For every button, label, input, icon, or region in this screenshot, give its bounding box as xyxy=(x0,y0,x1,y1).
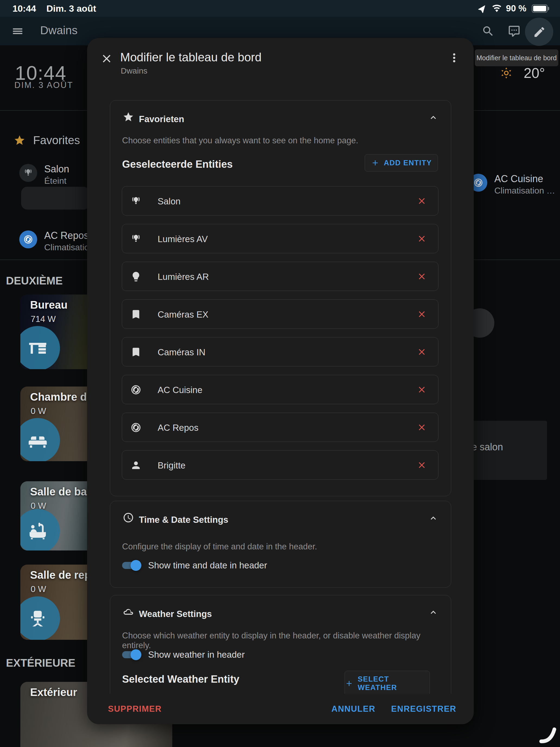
light-group-icon xyxy=(23,168,33,178)
chat-icon[interactable] xyxy=(508,25,521,38)
entity-label: Caméras IN xyxy=(158,347,205,358)
edit-dashboard-dialog: Modifier le tableau de bord Dwains Favor… xyxy=(87,38,474,724)
entity-label: Lumières AR xyxy=(158,272,209,282)
section-heading: EXTÉRIEURE xyxy=(6,657,75,669)
person-icon xyxy=(130,460,142,471)
entity-row[interactable]: Salon xyxy=(122,186,438,215)
clock-icon xyxy=(123,512,134,523)
ac-icon xyxy=(473,178,483,188)
entity-label: Lumières AV xyxy=(158,234,208,244)
entity-row[interactable]: AC Repos xyxy=(122,413,438,442)
entity-row[interactable]: Caméras IN xyxy=(122,337,438,366)
remove-entity-icon[interactable] xyxy=(417,422,427,432)
selected-entities-list: SalonLumières AVLumières ARCaméras EXCam… xyxy=(122,186,438,488)
select-weather-button[interactable]: SELECT WEATHER xyxy=(345,671,430,696)
ac-icon xyxy=(130,422,142,433)
favorites-description: Choose entities that you always want to … xyxy=(122,136,435,146)
room-power: 0 W xyxy=(31,406,46,416)
chevron-up-icon[interactable] xyxy=(428,112,438,123)
room-name: Extérieur xyxy=(30,686,77,698)
remove-entity-icon[interactable] xyxy=(417,234,427,244)
cancel-button[interactable]: ANNULER xyxy=(331,704,375,714)
entity-label: Salon xyxy=(158,196,181,207)
lightbulb-icon xyxy=(130,271,142,282)
favorites-card-header[interactable]: Favorieten xyxy=(110,100,451,130)
remove-entity-icon[interactable] xyxy=(417,272,427,282)
desk-icon xyxy=(27,337,49,359)
light-group-icon xyxy=(130,196,142,207)
overflow-menu-icon[interactable] xyxy=(448,52,460,64)
battery-percent: 90 % xyxy=(506,3,526,14)
delete-button[interactable]: SUPPRIMER xyxy=(108,704,162,714)
wifi-icon xyxy=(492,3,502,13)
background-card: e salon xyxy=(461,421,547,480)
remove-entity-icon[interactable] xyxy=(417,347,427,357)
page-title: Dwains xyxy=(40,24,78,37)
status-time: 10:44 xyxy=(12,3,36,14)
selected-weather-heading: Selected Weather Entity xyxy=(122,673,239,685)
favorites-heading: Favorites xyxy=(14,134,80,147)
bookmark-icon xyxy=(130,346,142,358)
bathtub-icon xyxy=(27,520,49,542)
entity-row[interactable]: Brigitte xyxy=(122,450,438,480)
section-heading: DEUXIÈME xyxy=(6,275,63,287)
room-power: 0 W xyxy=(31,584,46,594)
remove-entity-icon[interactable] xyxy=(417,309,427,319)
remove-entity-icon[interactable] xyxy=(417,385,427,395)
dialog-footer: SUPPRIMER ANNULER ENREGISTRER xyxy=(87,694,474,724)
selected-entities-heading: Geselecteerde Entities xyxy=(122,158,233,170)
entity-label: Caméras EX xyxy=(158,309,208,320)
entity-row[interactable]: Lumières AV xyxy=(122,224,438,253)
time-date-description: Configure the display of time and date i… xyxy=(122,542,435,551)
entity-label: AC Repos xyxy=(158,422,198,433)
weather-temperature: 20° xyxy=(524,65,545,81)
plus-icon xyxy=(345,679,353,688)
bookmark-icon xyxy=(130,309,142,320)
time-date-card-header[interactable]: Time & Date Settings xyxy=(110,501,451,531)
background-card-text: e salon xyxy=(472,441,503,453)
save-button[interactable]: ENREGISTRER xyxy=(391,704,456,714)
remove-entity-icon[interactable] xyxy=(417,196,427,206)
weather-description: Choose which weather entity to display i… xyxy=(122,631,435,650)
add-entity-button[interactable]: ADD ENTITY xyxy=(365,154,438,172)
chevron-up-icon[interactable] xyxy=(428,607,438,618)
dialog-subtitle: Dwains xyxy=(121,66,147,75)
show-weather-toggle-label: Show weather in header xyxy=(148,649,245,660)
favorites-settings-card: Favorieten Choose entities that you alwa… xyxy=(110,100,451,496)
dialog-title: Modifier le tableau de bord xyxy=(120,51,262,64)
battery-icon xyxy=(532,4,548,13)
show-time-toggle-label: Show time and date in header xyxy=(148,560,267,571)
plus-icon xyxy=(371,158,379,167)
entity-row[interactable]: AC Cuisine xyxy=(122,375,438,404)
favorite-entity-ac-cuisine[interactable]: AC Cuisine Climatisation … xyxy=(470,174,555,196)
show-time-toggle[interactable] xyxy=(122,562,140,569)
room-power: 714 W xyxy=(31,314,56,324)
favorite-entity-salon[interactable]: Salon Éteint xyxy=(19,164,69,186)
entity-label: Brigitte xyxy=(158,460,186,471)
time-date-settings-card: Time & Date Settings Configure the displ… xyxy=(110,501,451,588)
entity-row[interactable]: Caméras EX xyxy=(122,300,438,329)
remove-entity-icon[interactable] xyxy=(417,460,427,470)
header-weather: 20° xyxy=(500,65,545,81)
pencil-icon xyxy=(533,26,546,38)
entity-row[interactable]: Lumières AR xyxy=(122,262,438,291)
favorite-entity-ac-repos[interactable]: AC Repos Climatisation xyxy=(19,230,94,253)
weather-card-header[interactable]: Weather Settings xyxy=(110,595,451,625)
crescent-arc xyxy=(538,725,558,746)
entity-circle xyxy=(19,164,37,182)
light-group-icon xyxy=(130,233,142,244)
status-bar: 10:44 Dim. 3 août 90 % xyxy=(0,0,560,17)
entity-circle xyxy=(19,230,37,248)
show-weather-toggle[interactable] xyxy=(122,651,140,658)
screen: 10:44 Dim. 3 août 90 % Dwains 10:44 DIM.… xyxy=(0,0,560,747)
room-name: Bureau xyxy=(30,299,68,311)
favorite-card-stub xyxy=(21,187,89,210)
search-icon[interactable] xyxy=(482,25,495,38)
status-date: Dim. 3 août xyxy=(46,3,96,14)
menu-icon[interactable] xyxy=(11,25,24,37)
clock-date: DIM. 3 AOÛT xyxy=(15,80,73,90)
chevron-up-icon[interactable] xyxy=(428,513,438,523)
star-icon xyxy=(14,134,26,146)
edit-dashboard-button[interactable] xyxy=(525,18,553,46)
close-icon[interactable] xyxy=(100,52,113,65)
